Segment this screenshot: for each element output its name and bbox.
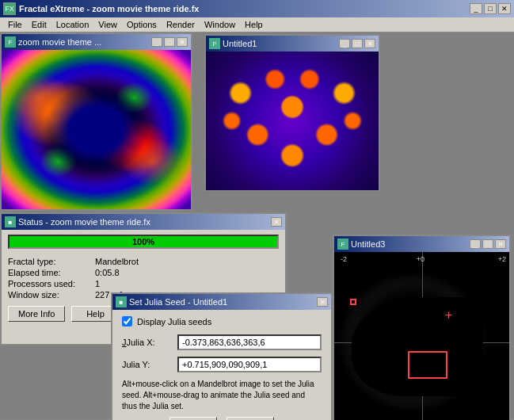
untitled3-window: F Untitled3 _ □ ✕ -2 +0 +2 (333, 235, 511, 420)
menu-render[interactable]: Render (162, 19, 200, 30)
untitled1-icon: F (209, 38, 220, 49)
julia-seed-dialog: ■ Set Julia Seed - Untitled1 ✕ Display J… (111, 292, 333, 420)
julia-checkbox-row: Display Julia seeds (122, 316, 322, 326)
julia-dialog-title-bar[interactable]: ■ Set Julia Seed - Untitled1 ✕ (112, 294, 331, 310)
axis-label-zero: +0 (417, 255, 425, 263)
crosshair-marker (448, 315, 458, 324)
fractal-minimize-btn[interactable]: _ (151, 37, 162, 47)
julia-help-text: Alt+mouse-click on a Mandelbrot image to… (122, 379, 322, 412)
julia-help-button[interactable]: Help (227, 417, 274, 420)
fractal-image-dark[interactable]: -2 +0 +2 (334, 252, 509, 420)
fractal-type-value: Mandelbrot (95, 257, 279, 266)
untitled3-close-btn[interactable]: ✕ (495, 239, 506, 249)
julia-x-input[interactable] (177, 334, 322, 350)
fractal-image-main[interactable] (2, 50, 191, 209)
julia-dialog-close-btn[interactable]: ✕ (317, 297, 328, 307)
fractal-type-label: Fractal type: (8, 257, 95, 266)
untitled1-title-bar[interactable]: F Untitled1 _ □ ✕ (206, 36, 379, 52)
untitled1-maximize-btn[interactable]: □ (352, 39, 363, 48)
app-maximize-btn[interactable]: □ (484, 3, 497, 14)
selection-rectangle (408, 351, 447, 379)
app-title-bar: FX Fractal eXtreme - zoom movie theme ri… (0, 0, 514, 17)
progress-label: 100% (132, 237, 154, 246)
fractal-window-main: F zoom movie theme ... _ □ ✕ (0, 32, 192, 211)
app-title-buttons: _ □ ✕ (470, 3, 511, 14)
menu-edit[interactable]: Edit (27, 19, 51, 30)
julia-content: Display Julia seeds JJulia X: Julia Y: A… (112, 310, 331, 420)
elapsed-value: 0:05.8 (95, 268, 279, 277)
untitled3-maximize-btn[interactable]: □ (482, 239, 493, 249)
untitled3-title-bar[interactable]: F Untitled3 _ □ ✕ (334, 236, 509, 252)
julia-dialog-buttons: ✕ (317, 297, 328, 307)
fractal-close-btn[interactable]: ✕ (177, 37, 188, 47)
fractal-window-icon: F (5, 36, 16, 48)
menu-file[interactable]: File (3, 19, 27, 30)
corner-marker-left (350, 299, 356, 305)
untitled1-buttons: _ □ ✕ (339, 39, 375, 48)
display-julia-label: Display Julia seeds (137, 317, 211, 326)
menu-view[interactable]: View (93, 19, 122, 30)
axis-label-plus2: +2 (498, 255, 506, 263)
app-title: Fractal eXtreme - zoom movie theme ride.… (19, 4, 199, 13)
untitled3-buttons: _ □ ✕ (470, 239, 506, 249)
menu-location[interactable]: Location (51, 19, 94, 30)
untitled1-close-btn[interactable]: ✕ (364, 39, 375, 48)
julia-dialog-icon: ■ (116, 296, 127, 307)
julia-action-buttons: Close Help (122, 417, 322, 420)
julia-x-label: JJulia X: (122, 338, 177, 347)
app-minimize-btn[interactable]: _ (470, 3, 482, 14)
untitled3-icon: F (337, 239, 348, 250)
julia-y-label: Julia Y: (122, 360, 177, 369)
status-title-bar[interactable]: ■ Status - zoom movie theme ride.fx ✕ (2, 214, 285, 230)
more-info-button[interactable]: More Info (8, 306, 65, 322)
julia-close-button[interactable]: Close (169, 417, 217, 420)
app-icon: FX (3, 2, 16, 15)
fractal-window-buttons: _ □ ✕ (151, 37, 188, 47)
julia-dialog-title: Set Julia Seed - Untitled1 (129, 297, 227, 307)
status-buttons: ✕ (271, 217, 282, 227)
julia-x-row: JJulia X: (122, 334, 322, 350)
fractal-maximize-btn[interactable]: □ (164, 37, 175, 47)
axis-label-minus2: -2 (341, 255, 347, 263)
display-julia-checkbox[interactable] (122, 316, 132, 326)
fractal-window-title: zoom movie theme ... (18, 37, 101, 47)
julia-y-input[interactable] (177, 357, 322, 372)
processors-label: Processors used: (8, 279, 95, 288)
processors-value: 1 (95, 279, 279, 288)
status-close-btn[interactable]: ✕ (271, 217, 282, 227)
fractal-image-purple[interactable] (206, 52, 379, 190)
fractal-window-title-bar[interactable]: F zoom movie theme ... _ □ ✕ (2, 34, 191, 50)
main-area: F zoom movie theme ... _ □ ✕ F Untitled1… (0, 32, 514, 420)
progress-bar-container: 100% (8, 235, 279, 249)
menu-help[interactable]: Help (240, 19, 268, 30)
julia-y-row: Julia Y: (122, 357, 322, 372)
menu-options[interactable]: Options (122, 19, 162, 30)
menu-bar: File Edit Location View Options Render W… (0, 17, 514, 32)
untitled3-title: Untitled3 (351, 239, 385, 249)
untitled1-minimize-btn[interactable]: _ (339, 39, 350, 48)
untitled1-title: Untitled1 (223, 39, 257, 48)
app-close-btn[interactable]: ✕ (498, 3, 511, 14)
menu-window[interactable]: Window (200, 19, 240, 30)
elapsed-label: Elapsed time: (8, 268, 95, 277)
status-icon: ■ (5, 216, 16, 227)
progress-bar-fill: 100% (10, 236, 277, 247)
untitled1-window: F Untitled1 _ □ ✕ (204, 34, 380, 191)
window-size-label: Window size: (8, 290, 95, 300)
untitled3-minimize-btn[interactable]: _ (470, 239, 481, 249)
status-title-text: Status - zoom movie theme ride.fx (18, 217, 150, 227)
